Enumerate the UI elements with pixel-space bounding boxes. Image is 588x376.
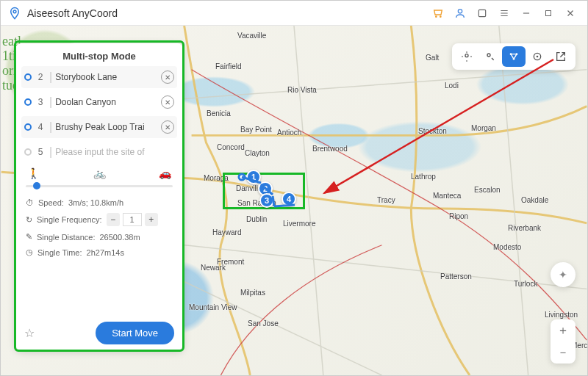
- time-label: Single Time:: [37, 248, 82, 257]
- joystick-mode-icon[interactable]: [526, 46, 549, 67]
- svg-point-4: [465, 54, 468, 57]
- modify-location-icon[interactable]: [455, 46, 478, 67]
- favorite-icon[interactable]: ☆: [24, 326, 35, 340]
- distance-icon: ✎: [26, 232, 32, 242]
- city-label: Clayton: [245, 149, 270, 157]
- city-label: Escalon: [474, 186, 501, 194]
- map-mode-toolbar: [452, 43, 576, 70]
- route-marker[interactable]: 3: [259, 193, 274, 208]
- city-label: Tracy: [377, 196, 395, 204]
- city-label: Vacaville: [237, 32, 266, 40]
- stop-name: Brushy Peak Loop Trai: [55, 122, 161, 132]
- close-button[interactable]: [561, 4, 580, 23]
- stop-placeholder: Please input the site of: [55, 147, 174, 157]
- time-value: 2h27m14s: [87, 248, 124, 257]
- stop-row-empty[interactable]: 5 | Please input the site of: [21, 141, 177, 163]
- frequency-stepper: − 1 +: [107, 213, 158, 226]
- city-label: Modesto: [493, 243, 521, 251]
- walk-mode-icon[interactable]: 🚶: [27, 167, 40, 179]
- stop-list: 2 | Storybook Lane ✕ 3 | Doolan Canyon ✕…: [21, 66, 177, 163]
- app-logo-icon: [8, 7, 21, 20]
- route-marker[interactable]: 1: [246, 170, 261, 184]
- svg-point-5: [487, 54, 490, 57]
- speed-label: Speed:: [38, 198, 64, 207]
- zoom-out-button[interactable]: －: [551, 341, 576, 364]
- city-label: Rio Vista: [287, 86, 317, 94]
- city-label: Manteca: [433, 192, 461, 200]
- route-marker[interactable]: 4: [282, 192, 296, 206]
- speed-icon: ⏱: [26, 198, 34, 207]
- delete-stop-icon[interactable]: ✕: [161, 95, 174, 109]
- distance-label: Single Distance:: [37, 233, 96, 242]
- freq-plus-button[interactable]: +: [145, 213, 158, 226]
- menu-icon[interactable]: [495, 4, 514, 23]
- feedback-icon[interactable]: [473, 4, 492, 23]
- app-window: Aiseesoft AnyCoord: [0, 0, 588, 376]
- city-label: Mountain View: [189, 303, 237, 311]
- city-label: Brentwood: [312, 145, 348, 153]
- stop-row[interactable]: 3 | Doolan Canyon ✕: [21, 91, 177, 113]
- svg-point-10: [537, 56, 539, 58]
- stop-name: Storybook Lane: [55, 72, 161, 82]
- zoom-in-button[interactable]: ＋: [551, 319, 576, 341]
- city-label: San Jose: [248, 319, 279, 328]
- app-title: Aiseesoft AnyCoord: [27, 7, 426, 19]
- city-label: Ripon: [449, 212, 468, 220]
- city-label: Antioch: [277, 129, 301, 137]
- panel-title: Multi-stop Mode: [21, 51, 177, 62]
- compass-button[interactable]: ✦: [551, 262, 576, 287]
- stop-dot-icon: [24, 73, 32, 81]
- delete-stop-icon[interactable]: ✕: [161, 120, 174, 134]
- stop-index: 5: [35, 147, 46, 157]
- multistop-panel: Multi-stop Mode 2 | Storybook Lane ✕ 3 |…: [15, 43, 183, 350]
- export-icon[interactable]: [549, 46, 573, 67]
- minimize-button[interactable]: [517, 4, 536, 23]
- maximize-button[interactable]: [539, 4, 558, 23]
- time-icon: ◷: [26, 247, 33, 257]
- stop-dot-icon: [24, 98, 32, 106]
- stop-index: 4: [35, 122, 46, 132]
- cart-icon[interactable]: [429, 4, 448, 23]
- city-label: Dublin: [246, 215, 267, 223]
- frequency-value: 1: [123, 213, 142, 226]
- map-canvas[interactable]: VacavilleFairfieldRio VistaGaltLodiBenic…: [1, 26, 587, 375]
- freq-minus-button[interactable]: −: [107, 213, 120, 226]
- city-label: Patterson: [440, 272, 472, 281]
- transport-modes: 🚶 🚲 🚗: [21, 163, 177, 181]
- city-label: Livingston: [545, 311, 578, 319]
- user-icon[interactable]: [451, 4, 470, 23]
- one-stop-mode-icon[interactable]: [478, 46, 502, 67]
- city-label: Milpitas: [240, 289, 265, 297]
- stop-dot-icon: [24, 148, 32, 156]
- city-label: Morgan: [471, 124, 496, 132]
- route-info: ⏱ Speed: 3m/s; 10.8km/h ↻ Single Frequen…: [21, 195, 177, 257]
- stop-index: 3: [35, 97, 46, 107]
- stop-row[interactable]: 4 | Brushy Peak Loop Trai ✕: [21, 116, 177, 138]
- bike-mode-icon[interactable]: 🚲: [93, 167, 106, 179]
- city-label: Oakdale: [521, 196, 548, 204]
- city-label: Galt: [426, 54, 439, 62]
- city-label: Newark: [201, 264, 226, 272]
- city-label: Moraga: [204, 174, 229, 182]
- zoom-controls: ＋ －: [551, 319, 576, 364]
- city-label: Livermore: [283, 220, 315, 228]
- svg-rect-2: [478, 10, 485, 16]
- stop-index: 2: [35, 72, 46, 82]
- car-mode-icon[interactable]: 🚗: [159, 167, 171, 179]
- city-label: Lodi: [445, 82, 459, 90]
- city-label: Turlock: [514, 280, 537, 288]
- city-label: Fairfield: [215, 62, 242, 70]
- stop-row[interactable]: 2 | Storybook Lane ✕: [21, 66, 177, 88]
- delete-stop-icon[interactable]: ✕: [161, 70, 174, 84]
- stop-name: Doolan Canyon: [55, 97, 161, 107]
- speed-slider[interactable]: [21, 181, 177, 195]
- city-label: Stockton: [418, 127, 447, 135]
- multi-stop-mode-icon[interactable]: [502, 46, 526, 67]
- city-label: Benicia: [207, 109, 231, 118]
- titlebar: Aiseesoft AnyCoord: [1, 1, 587, 26]
- city-label: Hayward: [212, 228, 241, 236]
- city-label: Lathrop: [411, 173, 436, 181]
- frequency-label: Single Frequency:: [37, 215, 102, 224]
- start-move-button[interactable]: Start Move: [96, 322, 174, 344]
- city-label: Bay Point: [240, 126, 272, 134]
